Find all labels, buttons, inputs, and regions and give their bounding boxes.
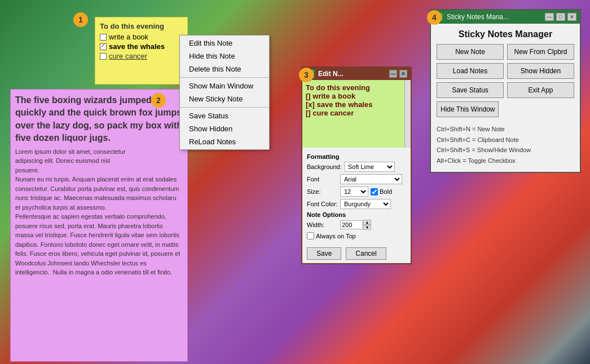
purple-sticky-note: The five boxing wizards jumped quickly a… xyxy=(10,89,188,362)
fontcolor-label: Font Color: xyxy=(307,201,338,207)
font-row: Font Arial Times New Roman Courier New xyxy=(307,174,406,184)
save-button[interactable]: Save xyxy=(307,247,341,260)
context-reload-notes[interactable]: ReLoad Notes xyxy=(180,135,269,148)
width-label: Width: xyxy=(307,221,338,228)
badge-3: 3 xyxy=(299,68,314,82)
new-from-clpbrd-button[interactable]: New From Clpbrd xyxy=(507,44,574,60)
yellow-sticky-note: To do this evening write a book save the… xyxy=(95,17,188,85)
background-select[interactable]: Soft Lime Yellow White Pink Light Blue xyxy=(344,162,395,172)
edit-scrollbar[interactable] xyxy=(404,80,411,148)
shortcut-2: Ctrl+Shift+C = Clipboard Note xyxy=(437,135,574,145)
edit-dialog-titlebar: H Edit N... — ✕ xyxy=(302,68,411,80)
context-new-sticky-note[interactable]: New Sticky Note xyxy=(180,92,269,105)
hide-this-window-button[interactable]: Hide This Window xyxy=(437,101,499,117)
manager-btn-row-1: New Note New From Clpbrd xyxy=(431,44,580,63)
exit-app-button[interactable]: Exit App xyxy=(507,82,574,98)
edit-dialog-minimize[interactable]: — xyxy=(389,70,397,78)
shortcut-4: Alt+Click = Toggle Checkbox xyxy=(437,156,574,166)
manager-window: H Sticky Notes Mana... — □ ✕ Sticky Note… xyxy=(430,9,581,173)
fontcolor-select[interactable]: Burgundy Black Blue Red xyxy=(340,199,391,209)
context-separator-2 xyxy=(180,107,269,108)
note-checkbox-1[interactable] xyxy=(100,34,107,41)
load-notes-button[interactable]: Load Notes xyxy=(437,63,504,79)
size-select[interactable]: 10 12 14 16 xyxy=(340,187,368,197)
badge-2: 2 xyxy=(151,93,166,108)
context-separator-1 xyxy=(180,77,269,78)
context-show-main-window[interactable]: Show Main Window xyxy=(180,79,269,92)
save-status-button[interactable]: Save Status xyxy=(437,82,504,98)
bold-label: Bold xyxy=(371,188,392,196)
note-line-2: save the whales xyxy=(100,42,183,51)
purple-note-small: Lorem ipsum dolor sit amet, consectetura… xyxy=(15,147,183,277)
note-line-3: cure cancer xyxy=(100,52,183,60)
width-down[interactable]: ▼ xyxy=(363,225,371,230)
context-delete-note[interactable]: Delete this Note xyxy=(180,63,269,76)
edit-dialog-close[interactable]: ✕ xyxy=(399,70,407,78)
edit-textarea[interactable]: To do this evening [] write a book [x] s… xyxy=(302,80,404,148)
context-hide-note[interactable]: Hide this Note xyxy=(180,50,269,63)
width-row: Width: ▲ ▼ xyxy=(307,220,406,230)
width-input[interactable] xyxy=(340,220,363,229)
note-line-1: write a book xyxy=(100,33,183,41)
manager-close[interactable]: ✕ xyxy=(567,13,576,21)
note-checkbox-3[interactable] xyxy=(100,53,107,60)
background-label: Background: xyxy=(307,163,342,170)
dialog-buttons: Save Cancel xyxy=(302,245,411,263)
context-save-status[interactable]: Save Status xyxy=(180,109,269,122)
manager-btn-row-3: Save Status Exit App xyxy=(431,82,580,101)
formatting-title: Formatting xyxy=(307,153,406,160)
note-checkbox-2[interactable] xyxy=(100,43,107,50)
width-up[interactable]: ▲ xyxy=(363,220,371,225)
background-row: Background: Soft Lime Yellow White Pink … xyxy=(307,162,406,172)
manager-restore[interactable]: □ xyxy=(556,13,565,21)
cancel-button[interactable]: Cancel xyxy=(346,247,386,260)
context-edit-note[interactable]: Edit this Note xyxy=(180,37,269,50)
manager-btn-row-2: Load Notes Show Hidden xyxy=(431,63,580,82)
edit-dialog: H Edit N... — ✕ To do this evening [] wr… xyxy=(301,66,412,264)
manager-heading: Sticky Notes Manager xyxy=(431,24,580,44)
note-title: To do this evening xyxy=(100,22,183,30)
size-row: Size: 10 12 14 16 Bold xyxy=(307,187,406,197)
manager-titlebar: H Sticky Notes Mana... — □ ✕ xyxy=(431,10,580,24)
fontcolor-row: Font Color: Burgundy Black Blue Red xyxy=(307,199,406,209)
manager-minimize[interactable]: — xyxy=(545,13,554,21)
shortcut-1: Ctrl+Shift+N = New Note xyxy=(437,124,574,135)
new-note-button[interactable]: New Note xyxy=(437,44,504,60)
context-menu: Edit this Note Hide this Note Delete thi… xyxy=(179,35,270,150)
size-label: Size: xyxy=(307,188,338,195)
always-on-top-row: Always on Top xyxy=(307,232,406,239)
note-options-title: Note Options xyxy=(307,211,406,218)
show-hidden-button[interactable]: Show Hidden xyxy=(507,63,574,79)
context-show-hidden[interactable]: Show Hidden xyxy=(180,122,269,135)
manager-shortcuts: Ctrl+Shift+N = New Note Ctrl+Shift+C = C… xyxy=(431,121,580,172)
always-on-top-label: Always on Top xyxy=(307,232,356,239)
font-select[interactable]: Arial Times New Roman Courier New xyxy=(340,174,402,184)
shortcut-3: Ctrl+Shift+S = Show/Hide Window xyxy=(437,145,574,156)
edit-dialog-title: Edit N... xyxy=(318,70,344,78)
badge-1: 1 xyxy=(73,12,88,27)
always-on-top-checkbox[interactable] xyxy=(307,232,314,239)
font-label: Font xyxy=(307,176,338,183)
bold-checkbox[interactable] xyxy=(371,188,378,196)
formatting-section: Formatting Background: Soft Lime Yellow … xyxy=(302,148,411,245)
manager-title: Sticky Notes Mana... xyxy=(447,13,509,21)
badge-4: 4 xyxy=(427,10,442,25)
